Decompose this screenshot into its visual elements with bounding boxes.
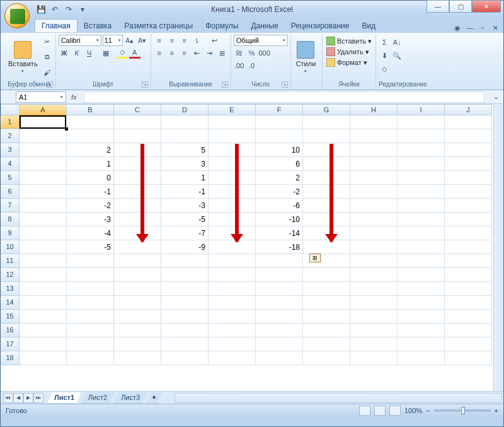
- cell-H18[interactable]: [350, 351, 398, 365]
- cell-A17[interactable]: [20, 337, 67, 351]
- font-color-icon[interactable]: A: [129, 47, 140, 59]
- row-header-3[interactable]: 3: [1, 143, 20, 157]
- cell-F16[interactable]: [256, 324, 303, 337]
- zoom-slider[interactable]: [434, 409, 491, 412]
- row-header-17[interactable]: 17: [1, 337, 20, 351]
- cell-D3[interactable]: 5: [161, 143, 209, 157]
- fx-icon[interactable]: fx: [71, 93, 84, 101]
- cell-E1[interactable]: [209, 115, 256, 129]
- row-header-10[interactable]: 10: [1, 240, 20, 254]
- cell-B2[interactable]: [67, 129, 114, 143]
- cell-H6[interactable]: [350, 185, 398, 199]
- cell-I4[interactable]: [398, 157, 445, 171]
- cell-H4[interactable]: [350, 157, 398, 171]
- orientation-icon[interactable]: ⤹: [192, 35, 203, 46]
- sheet-tab-1[interactable]: Лист1: [47, 392, 81, 404]
- cell-D17[interactable]: [161, 337, 209, 351]
- cell-A6[interactable]: [20, 185, 67, 199]
- col-header-E[interactable]: E: [209, 104, 256, 115]
- cell-G4[interactable]: [303, 157, 350, 171]
- ribbon-close-icon[interactable]: ✕: [491, 23, 500, 32]
- cell-H11[interactable]: [350, 254, 398, 268]
- cell-F10[interactable]: -18: [256, 240, 303, 254]
- cell-F11[interactable]: [256, 254, 303, 268]
- cell-F8[interactable]: -10: [256, 213, 303, 226]
- bold-button[interactable]: Ж: [59, 47, 70, 59]
- row-header-11[interactable]: 11: [1, 254, 20, 268]
- cell-B4[interactable]: 1: [67, 157, 114, 171]
- cell-E14[interactable]: [209, 296, 256, 310]
- tab-home[interactable]: Главная: [35, 19, 77, 32]
- cell-F3[interactable]: 10: [256, 143, 303, 157]
- cell-F18[interactable]: [256, 351, 303, 365]
- cell-G3[interactable]: [303, 143, 350, 157]
- cell-C14[interactable]: [114, 296, 161, 310]
- cell-A4[interactable]: [20, 157, 67, 171]
- format-painter-icon[interactable]: 🖌: [42, 67, 53, 78]
- cell-G1[interactable]: [303, 115, 350, 129]
- cell-I3[interactable]: [398, 143, 445, 157]
- cell-E16[interactable]: [209, 324, 256, 337]
- cell-A14[interactable]: [20, 296, 67, 310]
- cell-H12[interactable]: [350, 268, 398, 282]
- cell-J15[interactable]: [445, 310, 492, 324]
- wrap-text-icon[interactable]: ↩: [209, 35, 220, 46]
- cell-E7[interactable]: [209, 199, 256, 213]
- cell-G13[interactable]: [303, 282, 350, 296]
- cell-E15[interactable]: [209, 310, 256, 324]
- underline-button[interactable]: Ч: [84, 47, 95, 59]
- row-header-8[interactable]: 8: [1, 213, 20, 226]
- cell-F12[interactable]: [256, 268, 303, 282]
- find-select-icon[interactable]: 🔍: [391, 50, 403, 61]
- cell-D7[interactable]: -3: [161, 199, 209, 213]
- font-launcher-icon[interactable]: ↘: [142, 81, 148, 88]
- cell-D15[interactable]: [161, 310, 209, 324]
- save-icon[interactable]: 💾: [35, 4, 47, 15]
- cell-A12[interactable]: [20, 268, 67, 282]
- increase-indent-icon[interactable]: ⇥: [204, 47, 215, 59]
- cell-J2[interactable]: [445, 129, 492, 143]
- cell-A9[interactable]: [20, 226, 67, 240]
- cell-J14[interactable]: [445, 296, 492, 310]
- cell-E12[interactable]: [209, 268, 256, 282]
- row-header-15[interactable]: 15: [1, 310, 20, 324]
- cell-I2[interactable]: [398, 129, 445, 143]
- cell-H9[interactable]: [350, 226, 398, 240]
- select-all-corner[interactable]: [1, 104, 20, 115]
- cell-F9[interactable]: -14: [256, 226, 303, 240]
- cell-I17[interactable]: [398, 337, 445, 351]
- qat-customize-icon[interactable]: ▾: [77, 4, 88, 15]
- cell-H8[interactable]: [350, 213, 398, 226]
- cell-E18[interactable]: [209, 351, 256, 365]
- cell-A13[interactable]: [20, 282, 67, 296]
- new-sheet-icon[interactable]: ✦: [147, 392, 162, 404]
- cell-B16[interactable]: [67, 324, 114, 337]
- increase-decimal-icon[interactable]: .00: [234, 60, 245, 71]
- row-header-4[interactable]: 4: [1, 157, 20, 171]
- cell-A8[interactable]: [20, 213, 67, 226]
- maximize-button[interactable]: ▢: [449, 0, 472, 13]
- col-header-C[interactable]: C: [114, 104, 161, 115]
- cell-F7[interactable]: -6: [256, 199, 303, 213]
- cell-C17[interactable]: [114, 337, 161, 351]
- sort-filter-icon[interactable]: A↓: [391, 37, 403, 48]
- comma-format-icon[interactable]: 000: [259, 47, 270, 59]
- help-icon[interactable]: ◉: [453, 23, 462, 32]
- cell-J11[interactable]: [445, 254, 492, 268]
- cell-D9[interactable]: -7: [161, 226, 209, 240]
- cell-B14[interactable]: [67, 296, 114, 310]
- formula-input[interactable]: [84, 91, 484, 103]
- cell-B18[interactable]: [67, 351, 114, 365]
- cell-I11[interactable]: [398, 254, 445, 268]
- cell-I8[interactable]: [398, 213, 445, 226]
- cell-C15[interactable]: [114, 310, 161, 324]
- cell-C2[interactable]: [114, 129, 161, 143]
- cell-C3[interactable]: [114, 143, 161, 157]
- cell-B13[interactable]: [67, 282, 114, 296]
- cell-E8[interactable]: [209, 213, 256, 226]
- cell-F5[interactable]: 2: [256, 171, 303, 185]
- alignment-launcher-icon[interactable]: ↘: [222, 81, 228, 88]
- cell-A18[interactable]: [20, 351, 67, 365]
- copy-icon[interactable]: ⧉: [42, 52, 53, 63]
- cell-J5[interactable]: [445, 171, 492, 185]
